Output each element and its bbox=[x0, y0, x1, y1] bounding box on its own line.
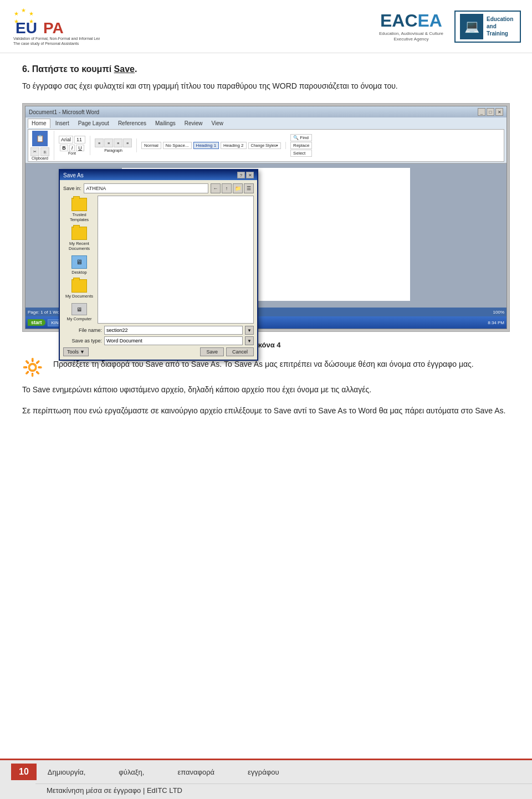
replace-btn[interactable]: Replace bbox=[290, 142, 312, 149]
cancel-button[interactable]: Cancel bbox=[226, 347, 254, 356]
desktop-icon bbox=[71, 255, 87, 269]
style-normal[interactable]: Normal bbox=[141, 142, 161, 149]
filename-input[interactable] bbox=[104, 326, 243, 335]
sidebar-trusted-templates[interactable]: Trusted Templates bbox=[64, 197, 94, 223]
saveas-close-btn[interactable]: ✕ bbox=[246, 172, 254, 178]
tab-references[interactable]: References bbox=[114, 119, 150, 128]
education-logo: 💻 Education and Training bbox=[454, 11, 521, 43]
back-btn[interactable]: ← bbox=[211, 183, 221, 193]
saveas-nav-buttons: ← ↑ 📁 ☰ bbox=[211, 183, 254, 193]
saveas-body: Save in: ATHENA ← ↑ 📁 ☰ bbox=[60, 180, 257, 360]
body-paragraph-1: Σε περίπτωση που ενώ εργαζόμαστε σε καιν… bbox=[22, 404, 510, 418]
italic-btn[interactable]: I bbox=[69, 145, 75, 151]
save-in-label: Save in: bbox=[63, 186, 81, 191]
clipboard-section: 📋 ✂ ⎘ Clipboard bbox=[30, 131, 54, 160]
bold-btn[interactable]: B bbox=[60, 145, 68, 151]
tab-insert[interactable]: Insert bbox=[52, 119, 73, 128]
saveas-action-buttons: Save Cancel bbox=[200, 347, 254, 356]
saveas-footer: Tools ▼ Save Cancel bbox=[63, 347, 254, 356]
tab-page-layout[interactable]: Page Layout bbox=[74, 119, 113, 128]
word-body: Mr... 32... Ni... De... I w... for... an… bbox=[25, 163, 507, 308]
copy-icon[interactable]: ⎘ bbox=[40, 147, 49, 156]
tab-mailings[interactable]: Mailings bbox=[151, 119, 180, 128]
minimize-btn[interactable]: _ bbox=[478, 108, 485, 116]
save-in-value: ATHENA bbox=[86, 186, 106, 191]
filetype-row: Save as type: ▼ bbox=[63, 336, 254, 345]
new-folder-btn[interactable]: 📁 bbox=[233, 183, 243, 193]
logo-left: ★ ★ ★ ★ ★ EU PA Validation of Formal, No… bbox=[11, 6, 100, 47]
sidebar-my-computer[interactable]: 🖥 My Computer bbox=[64, 302, 94, 322]
filetype-dropdown[interactable]: ▼ bbox=[245, 336, 254, 345]
filetype-label: Save as type: bbox=[63, 338, 102, 344]
saveas-titlebar: Save As ? ✕ bbox=[60, 170, 257, 180]
filename-dropdown[interactable]: ▼ bbox=[245, 326, 254, 335]
up-btn[interactable]: ↑ bbox=[222, 183, 232, 193]
sidebar-desktop[interactable]: Desktop bbox=[64, 254, 94, 276]
align-center-icon[interactable]: ≡ bbox=[104, 139, 113, 147]
taskbar-clock: 8:34 PM bbox=[488, 320, 504, 325]
tab-view[interactable]: View bbox=[208, 119, 228, 128]
sidebar-my-documents[interactable]: My Documents bbox=[64, 278, 94, 300]
start-button[interactable]: start bbox=[28, 319, 45, 326]
justify-icon[interactable]: ≡ bbox=[123, 139, 132, 147]
saveas-fields: File name: ▼ Save as type: ▼ bbox=[63, 326, 254, 345]
cut-icon[interactable]: ✂ bbox=[30, 147, 39, 156]
ribbon-body: 📋 ✂ ⎘ Clipboard Arial 11 bbox=[28, 129, 504, 162]
views-btn[interactable]: ☰ bbox=[244, 183, 254, 193]
word-ribbon: Home Insert Page Layout References Maili… bbox=[25, 117, 507, 163]
font-label: Font bbox=[68, 151, 76, 155]
body-paragraph-0: Το Save ενημερώνει κάποιο υφιστάμενο αρχ… bbox=[22, 383, 510, 397]
recent-docs-icon bbox=[71, 227, 87, 240]
style-heading1[interactable]: Heading 1 bbox=[193, 142, 219, 149]
saveas-title: Save As bbox=[63, 172, 84, 178]
main-content: 6. Πατήστε το κουμπί Save. Το έγγραφο σα… bbox=[0, 53, 532, 437]
style-heading2[interactable]: Heading 2 bbox=[221, 142, 246, 149]
step-number: 6. bbox=[22, 64, 29, 74]
tools-dropdown-arrow: ▼ bbox=[80, 349, 85, 355]
word-title: Document1 - Microsoft Word bbox=[29, 109, 99, 115]
change-styles-btn[interactable]: Change Styles▾ bbox=[248, 142, 282, 149]
footer-item-1: φύλαξη, bbox=[119, 768, 144, 776]
svg-text:★: ★ bbox=[29, 11, 34, 17]
svg-text:PA: PA bbox=[43, 19, 64, 37]
svg-text:Validation of Formal, Non-Form: Validation of Formal, Non-Formal and Inf… bbox=[13, 37, 100, 41]
my-documents-icon bbox=[71, 279, 87, 293]
svg-text:★: ★ bbox=[14, 11, 19, 17]
saveas-sidebar: Trusted Templates My Recent Documents De… bbox=[63, 196, 95, 324]
my-documents-label: My Documents bbox=[65, 294, 93, 299]
filename-label: File name: bbox=[63, 327, 102, 333]
sidebar-recent-docs[interactable]: My Recent Documents bbox=[64, 226, 94, 252]
select-btn[interactable]: Select bbox=[290, 150, 312, 157]
svg-text:The case study of Personal Ass: The case study of Personal Assistants bbox=[13, 42, 79, 46]
maximize-btn[interactable]: □ bbox=[487, 108, 494, 116]
tab-review[interactable]: Review bbox=[181, 119, 207, 128]
saveas-content-area bbox=[98, 196, 254, 324]
find-btn[interactable]: 🔍 Find bbox=[290, 134, 312, 141]
tab-home[interactable]: Home bbox=[28, 119, 50, 128]
svg-text:★: ★ bbox=[21, 7, 26, 13]
recent-docs-label: My Recent Documents bbox=[65, 241, 93, 251]
word-window: Document1 - Microsoft Word _ □ ✕ Home In… bbox=[25, 106, 507, 329]
align-left-icon[interactable]: ≡ bbox=[95, 139, 104, 147]
trusted-templates-label: Trusted Templates bbox=[65, 212, 93, 222]
underline-btn[interactable]: U bbox=[76, 145, 84, 151]
filetype-input[interactable] bbox=[104, 336, 243, 345]
trusted-templates-icon bbox=[71, 198, 87, 211]
edu-logo-text: Education and Training bbox=[487, 16, 513, 37]
close-btn[interactable]: ✕ bbox=[495, 108, 503, 116]
word-titlebar: Document1 - Microsoft Word _ □ ✕ bbox=[25, 106, 507, 117]
saveas-help-btn[interactable]: ? bbox=[237, 172, 245, 178]
eupa-logo: ★ ★ ★ ★ ★ EU PA Validation of Formal, No… bbox=[11, 6, 100, 47]
align-right-icon[interactable]: ≡ bbox=[114, 139, 122, 147]
save-in-field[interactable]: ATHENA bbox=[84, 183, 208, 193]
page-number: 10 bbox=[11, 764, 37, 780]
footer-items: Δημιουργία, φύλαξη, επαναφορά εγγράφου bbox=[48, 768, 279, 776]
clipboard-label: Clipboard bbox=[32, 156, 48, 160]
paste-icon[interactable]: 📋 bbox=[32, 131, 48, 146]
tools-button[interactable]: Tools ▼ bbox=[63, 347, 89, 356]
font-size[interactable]: 11 bbox=[74, 136, 85, 144]
style-no-space[interactable]: No Space... bbox=[163, 142, 192, 149]
save-button[interactable]: Save bbox=[200, 347, 224, 356]
saveas-main-area: Trusted Templates My Recent Documents De… bbox=[63, 196, 254, 324]
font-name[interactable]: Arial bbox=[59, 136, 73, 144]
